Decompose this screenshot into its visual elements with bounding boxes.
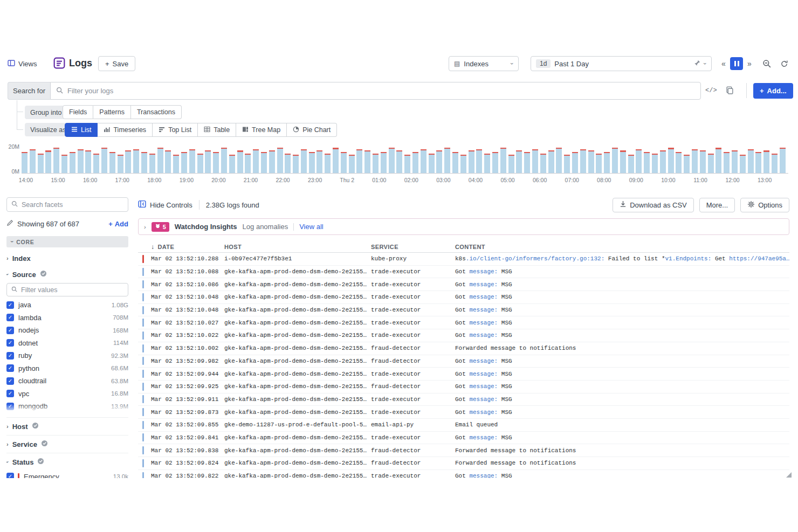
histogram-bar[interactable] [70,144,78,173]
histogram-bar[interactable] [78,144,86,173]
search-input[interactable] [67,87,695,95]
histogram-bar[interactable] [253,144,261,173]
histogram-bar[interactable] [349,144,357,173]
histogram-bar[interactable] [436,144,444,173]
facet-checkbox[interactable]: ✓ [6,403,14,410]
histogram-bar[interactable] [484,144,492,173]
histogram-bar[interactable] [532,144,540,173]
histogram-bar[interactable] [213,144,221,173]
filter-values-field[interactable] [6,283,128,296]
histogram-bar[interactable] [636,144,644,173]
histogram-bar[interactable] [469,144,477,173]
histogram-bar[interactable] [676,144,684,173]
log-row[interactable]: Mar 02 13:52:09.841gke-kafka-apm-prod-de… [138,432,789,445]
tab-pie-chart[interactable]: Pie Chart [287,123,337,137]
histogram-bar[interactable] [564,144,572,173]
facet-group-host[interactable]: › Host [6,417,128,432]
histogram-bar[interactable] [572,144,580,173]
facet-row[interactable]: ✓python68.6M [6,362,128,375]
histogram-bar[interactable] [341,144,349,173]
histogram-bar[interactable] [261,144,269,173]
column-header-service[interactable]: SERVICE [371,244,455,250]
histogram-bar[interactable] [22,144,30,173]
log-row[interactable]: Mar 02 13:52:10.002gke-kafka-apm-prod-de… [138,342,789,355]
tab-patterns[interactable]: Patterns [93,105,131,119]
log-row[interactable]: Mar 02 13:52:09.838gke-kafka-apm-prod-de… [138,444,789,457]
histogram-bar[interactable] [269,144,277,173]
views-button[interactable]: Views [8,56,37,71]
histogram-bar[interactable] [620,144,628,173]
facet-group-source[interactable]: › Source [6,268,128,280]
copy-icon[interactable] [726,86,734,96]
histogram-bar[interactable] [197,144,205,173]
histogram-bar[interactable] [141,144,149,173]
histogram-bar[interactable] [748,144,756,173]
histogram-bar[interactable] [317,144,325,173]
histogram-bar[interactable] [724,144,732,173]
core-section-header[interactable]: › CORE [6,236,128,247]
histogram-bar[interactable] [700,144,708,173]
facet-row[interactable]: ✓Emergency13.0k [6,471,128,479]
histogram-bar[interactable] [588,144,596,173]
facet-checkbox[interactable]: ✓ [6,473,14,478]
histogram-bar[interactable] [309,144,317,173]
facet-checkbox[interactable]: ✓ [6,327,14,334]
pause-button[interactable] [730,57,743,70]
histogram-bar[interactable] [612,144,620,173]
histogram-bar[interactable] [118,144,126,173]
histogram-bar[interactable] [181,144,189,173]
filter-values-input[interactable] [21,286,123,294]
histogram-bar[interactable] [53,144,61,173]
histogram-bar[interactable] [109,144,118,173]
facet-checkbox[interactable]: ✓ [6,390,14,397]
log-row[interactable]: Mar 02 13:52:10.048gke-kafka-apm-prod-de… [138,291,789,304]
histogram-bar[interactable] [389,144,397,173]
facet-row[interactable]: ✓vpc16.8M [6,388,128,400]
histogram-bar[interactable] [628,144,636,173]
histogram-bar[interactable] [596,144,604,173]
log-row[interactable]: Mar 02 13:52:10.022gke-kafka-apm-prod-de… [138,329,789,342]
facet-checkbox[interactable]: ✓ [6,301,14,309]
facet-row[interactable]: ✓mongodb13.9M [6,400,128,413]
histogram-bar[interactable] [429,144,437,173]
tab-top-list[interactable]: Top List [153,123,198,137]
histogram-bar[interactable] [668,144,676,173]
histogram-bar[interactable] [205,144,213,173]
facet-checkbox[interactable]: ✓ [6,352,14,360]
tab-tree-map[interactable]: Tree Map [236,123,287,137]
histogram-bar[interactable] [580,144,588,173]
histogram-bar[interactable] [452,144,460,173]
histogram-bar[interactable] [524,144,532,173]
log-row[interactable]: Mar 02 13:52:10.288i-0b97ec477e7f5b3e1ku… [138,253,789,266]
histogram-bar[interactable] [293,144,301,173]
histogram-bar[interactable] [755,144,763,173]
histogram-bar[interactable] [61,144,70,173]
histogram-bar[interactable] [780,144,788,173]
tab-fields[interactable]: Fields [63,105,93,119]
histogram-bar[interactable] [101,144,109,173]
facet-group-index[interactable]: › Index [6,252,128,264]
histogram-bar[interactable] [173,144,181,173]
histogram-bar[interactable] [684,144,692,173]
histogram-bar[interactable] [772,144,780,173]
histogram-bar[interactable] [763,144,772,173]
histogram-bar[interactable] [644,144,652,173]
histogram-bar[interactable] [221,144,229,173]
histogram-bar[interactable] [133,144,141,173]
log-row[interactable]: Mar 02 13:52:09.944gke-kafka-apm-prod-de… [138,368,789,381]
forward-button[interactable]: » [743,57,756,70]
histogram-bar[interactable] [325,144,333,173]
histogram-bar[interactable] [692,144,700,173]
tab-list[interactable]: List [65,123,98,137]
histogram-bar[interactable] [125,144,133,173]
column-header-content[interactable]: CONTENT [455,244,789,250]
watchdog-insights-bar[interactable]: › 5 Watchdog Insights Log anomalies View… [138,218,789,235]
tab-table[interactable]: Table [198,123,236,137]
histogram-bar[interactable] [333,144,341,173]
time-range-picker[interactable]: 1d Past 1 Day › [531,56,712,71]
add-facet-button[interactable]: + Add [108,220,128,228]
facet-checkbox[interactable]: ✓ [6,339,14,347]
facet-row[interactable]: ✓java1.08G [6,299,128,312]
refresh-button[interactable] [778,57,790,70]
histogram-bar[interactable] [277,144,285,173]
